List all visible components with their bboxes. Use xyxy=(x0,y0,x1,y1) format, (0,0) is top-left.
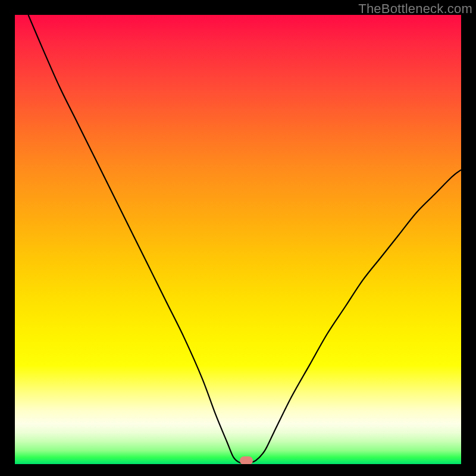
optimal-point-marker xyxy=(240,456,253,464)
plot-area xyxy=(15,15,461,464)
curve-layer xyxy=(15,15,461,464)
bottleneck-curve xyxy=(29,15,462,464)
watermark-text: TheBottleneck.com xyxy=(358,1,472,17)
outer-border: TheBottleneck.com xyxy=(0,0,476,476)
